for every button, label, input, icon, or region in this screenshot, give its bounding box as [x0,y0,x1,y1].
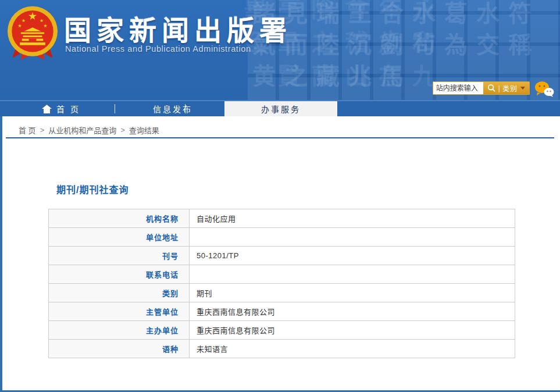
chevron-down-icon[interactable] [520,87,525,90]
table-row: 刊号 50-1201/TP [49,247,515,265]
row-label: 主管单位 [49,302,190,321]
row-value: 50-1201/TP [190,247,515,265]
nav-item-label: 办事服务 [261,103,301,115]
site-search: | 类别 [433,81,530,95]
table-row: 机构名称 自动化应用 [49,209,515,228]
nav-separator [185,104,186,113]
row-value [190,228,515,247]
table-row: 单位地址 [49,228,515,247]
table-row: 主管单位 重庆西南信息有限公司 [49,302,515,321]
national-emblem-icon [6,5,59,61]
nav-item-label: 首 页 [56,103,80,115]
row-label: 主办单位 [49,321,190,340]
nav-separator [115,104,115,113]
search-divider: | [498,84,500,92]
row-label: 机构名称 [49,209,190,228]
breadcrumb-home[interactable]: 首 页 [19,124,36,136]
page-title: 期刊/期刊社查询 [56,182,129,196]
left-edge-strip [0,116,2,392]
table-row: 联系电话 [49,265,515,284]
row-label: 联系电话 [49,265,190,284]
home-icon [42,105,52,113]
site-subtitle: National Press and Publication Administr… [65,44,251,54]
wechat-icon[interactable] [534,81,554,97]
breadcrumb-query[interactable]: 从业机构和产品查询 [48,124,116,136]
row-label: 语种 [49,340,190,358]
search-icon[interactable] [487,84,496,92]
breadcrumb: 首 页 > 从业机构和产品查询 > 查询结果 [19,124,159,136]
table-row: 类别 期刊 [49,284,515,302]
nav-item-label: 信息发布 [153,103,192,115]
row-value [190,265,515,284]
search-input[interactable] [433,82,483,94]
nav-item-info-release[interactable]: 信息发布 [147,101,199,116]
row-value: 未知语言 [190,340,515,358]
row-label: 单位地址 [49,228,190,247]
row-value: 期刊 [190,284,515,302]
row-value: 自动化应用 [190,209,515,228]
row-label: 类别 [49,284,190,302]
table-row: 语种 未知语言 [49,340,515,358]
category-dropdown[interactable]: 类别 [502,83,518,93]
row-value: 重庆西南信息有限公司 [190,302,515,321]
nav-item-services-active[interactable]: 办事服务 [224,101,337,116]
site-title: 国家新闻出版署 [64,8,292,48]
breadcrumb-separator: > [40,126,45,134]
breadcrumb-divider [6,137,554,138]
table-row: 主办单位 重庆西南信息有限公司 [49,321,515,340]
row-label: 刊号 [49,247,190,265]
breadcrumb-current: 查询结果 [129,124,159,136]
site-header-banner: 永和九年歲在會稽山陰之蘭亭羣賢畢至 諸見瑞王合水葛水符氣而陸沉劉茍為交稱黄之藏兆… [0,0,560,100]
main-nav: 首 页 信息发布 办事服务 [0,100,560,116]
nav-item-home[interactable]: 首 页 [42,101,80,116]
breadcrumb-separator: > [120,126,125,134]
row-value: 重庆西南信息有限公司 [190,321,515,340]
journal-info-table: 机构名称 自动化应用 单位地址 刊号 50-1201/TP 联系电话 类别 期刊… [48,209,515,358]
